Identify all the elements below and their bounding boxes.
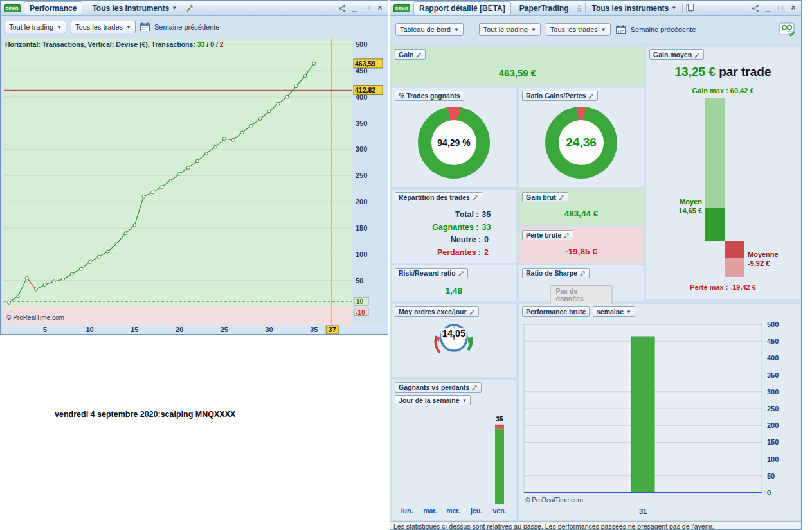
minimize-button[interactable]: _: [350, 4, 359, 13]
gross-gain-panel: Gain brut 483,44 €: [519, 190, 644, 225]
avg-orders-header[interactable]: Moy ordres exec/jour: [395, 306, 479, 317]
gauge-icon: 24: [431, 321, 476, 362]
close-button[interactable]: ×: [789, 4, 798, 13]
win-rate-header[interactable]: % Trades gagnants: [395, 91, 464, 101]
instruments-dropdown[interactable]: Tous les instruments ▼: [89, 3, 179, 14]
gain-loss-ratio-header[interactable]: Ratio Gains/Pertes: [522, 91, 598, 101]
svg-text:50: 50: [356, 277, 363, 285]
svg-text:-10: -10: [356, 309, 365, 316]
grip-icon[interactable]: [577, 4, 582, 12]
tab-rapport-detaille[interactable]: Rapport détaillé [BETA]: [413, 1, 511, 15]
risk-reward-panel: Risk/Reward ratio 1,48: [392, 265, 516, 301]
trading-filter-dropdown[interactable]: Tout le trading▼: [5, 21, 66, 33]
gross-loss-header[interactable]: Perte brute: [522, 230, 573, 240]
win-rate-title: % Trades gagnants: [399, 92, 460, 100]
dashboard-view-dropdown[interactable]: Tableau de bord▼: [395, 23, 464, 36]
winners-losers-chart[interactable]: lun.mar.mer.jeu.35ven.: [393, 409, 515, 518]
svg-text:31: 31: [639, 508, 647, 515]
gain-max-label: Gain max : 60,42 €: [646, 87, 800, 94]
calendar-icon[interactable]: [140, 22, 150, 31]
calendar-icon[interactable]: [616, 25, 626, 34]
sharpe-panel: Ratio de Sharpe Pas de données: [519, 265, 644, 301]
svg-text:30: 30: [265, 326, 273, 333]
avg-orders-title: Moy ordres exec/jour: [399, 308, 467, 315]
trades-filter-dropdown[interactable]: Tous les trades▼: [71, 21, 136, 33]
wrench-icon: [588, 93, 594, 99]
chevron-down-icon: ▼: [626, 309, 631, 315]
minimize-button[interactable]: _: [763, 4, 772, 13]
total-row: Total :35: [392, 209, 516, 222]
disclaimer: Les statistiques ci-dessus sont relative…: [390, 521, 801, 529]
trade-breakdown-header[interactable]: Répartition des trades: [395, 192, 482, 202]
svg-text:463,59: 463,59: [355, 60, 375, 67]
avg-gain-bar: [705, 208, 725, 241]
trades-filter-dropdown[interactable]: Tous les trades▼: [546, 23, 611, 36]
svg-text:5: 5: [43, 326, 47, 333]
winners-losers-header[interactable]: Gagnants vs perdants: [395, 382, 482, 393]
chevron-down-icon: ▼: [126, 24, 131, 30]
svg-text:jeu.: jeu.: [470, 507, 482, 515]
maximize-button[interactable]: □: [776, 4, 785, 13]
gain-panel: Gain 463,59 €: [392, 47, 644, 85]
tab-papertrading[interactable]: PaperTrading: [514, 2, 574, 15]
period-granularity-dropdown[interactable]: semaine▼: [593, 306, 635, 317]
svg-text:35: 35: [496, 416, 503, 423]
gain-moyen-value: 13,25 € par trade: [646, 65, 800, 79]
wrench-icon: [580, 270, 586, 276]
chevron-down-icon: ▼: [531, 27, 536, 33]
trading-filter-label: Tout le trading: [9, 23, 53, 31]
svg-text:100: 100: [767, 455, 779, 463]
avg-orders-value: 14,05: [441, 328, 467, 339]
gain-moyen-header[interactable]: Gain moyen: [649, 49, 704, 60]
gain-moyen-panel: Gain moyen 13,25 € par trade Gain max : …: [646, 47, 800, 299]
gain-panel-header[interactable]: Gain: [395, 49, 426, 60]
moyen-label: Moyen14,65 €: [678, 197, 702, 215]
svg-text:150: 150: [767, 438, 779, 446]
gross-gain-value: 483,44 €: [519, 209, 644, 218]
wrench-icon[interactable]: [186, 4, 194, 12]
trading-filter-dropdown[interactable]: Tout le trading▼: [479, 23, 541, 36]
chart-info: Horizontal: Transactions, Vertical: Devi…: [5, 40, 224, 48]
gross-loss-value: -19,85 €: [519, 247, 644, 256]
sharpe-title: Ratio de Sharpe: [526, 269, 577, 277]
share-icon[interactable]: [338, 4, 346, 12]
svg-text:400: 400: [767, 354, 779, 362]
gain-loss-ratio-value: 24,36: [545, 107, 617, 179]
annotation-caption: vendredi 4 septembre 2020:scalping MNQXX…: [55, 410, 235, 419]
gross-gain-title: Gain brut: [526, 193, 556, 201]
wrench-icon: [694, 52, 700, 58]
share-icon[interactable]: [752, 4, 759, 12]
separator: [183, 3, 183, 13]
trade-breakdown-panel: Répartition des trades Total :35 Gagnant…: [392, 190, 516, 263]
gain-loss-ratio-title: Ratio Gains/Pertes: [526, 92, 586, 100]
svg-text:15: 15: [131, 326, 138, 333]
copyright: © ProRealTime.com: [6, 314, 64, 321]
svg-text:10: 10: [86, 326, 93, 333]
equity-chart[interactable]: 5004504003503002502001501005051015202530…: [1, 38, 388, 334]
gross-gain-header[interactable]: Gain brut: [522, 192, 568, 202]
sharpe-header[interactable]: Ratio de Sharpe: [522, 268, 590, 278]
separator: [682, 3, 683, 13]
wins-row: Gagnantes :33: [392, 222, 516, 234]
gross-loss-panel: Perte brute -19,85 €: [519, 227, 644, 263]
svg-text:150: 150: [356, 224, 367, 232]
gross-loss-title: Perte brute: [526, 231, 561, 239]
gross-performance-chart[interactable]: 50045040035030025020015010050031: [520, 319, 798, 520]
tab-performance[interactable]: Performance: [24, 1, 82, 15]
risk-reward-header[interactable]: Risk/Reward ratio: [395, 268, 468, 278]
gross-performance-header[interactable]: Performance brute: [522, 306, 590, 317]
close-button[interactable]: ×: [375, 4, 384, 13]
sharpe-no-data: Pas de données: [550, 285, 613, 305]
clipboard-icon[interactable]: [686, 4, 694, 12]
day-of-week-dropdown[interactable]: Jour de la semaine▼: [395, 395, 471, 405]
instruments-dropdown[interactable]: Tous les instruments ▼: [589, 3, 679, 14]
svg-text:lun.: lun.: [401, 507, 413, 515]
chevron-down-icon: ▼: [601, 27, 606, 33]
instruments-dropdown-label: Tous les instruments: [591, 4, 669, 13]
svg-text:250: 250: [356, 172, 367, 179]
svg-text:412,82: 412,82: [355, 86, 375, 94]
customize-dashboard-icon[interactable]: [779, 22, 796, 37]
maximize-button[interactable]: □: [363, 4, 372, 13]
trade-breakdown-title: Répartition des trades: [399, 193, 470, 201]
performance-toolbar: Tout le trading▼ Tous les trades▼ Semain…: [1, 16, 388, 38]
